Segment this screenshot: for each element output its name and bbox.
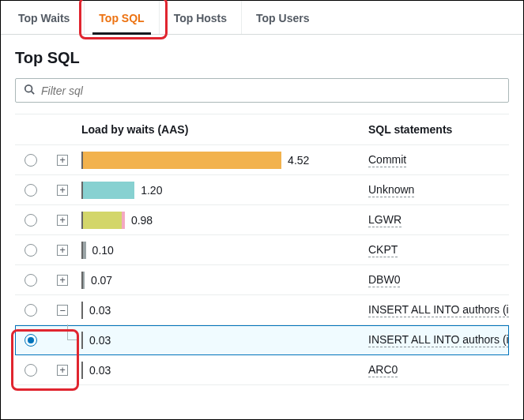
top-sql-table: Load by waits (AAS) SQL statements +4.52… (15, 114, 509, 385)
sql-statement-link[interactable]: ARC0 (368, 363, 398, 377)
collapse-icon[interactable]: − (57, 305, 68, 316)
load-bar (81, 362, 83, 379)
tree-connector (67, 324, 78, 340)
row-radio[interactable] (25, 184, 37, 197)
sql-statement-link[interactable]: Commit (368, 153, 406, 167)
tabs-bar: Top Waits Top SQL Top Hosts Top Users (1, 1, 523, 35)
search-icon (24, 84, 41, 97)
sql-statement-link[interactable]: Unknown (368, 183, 414, 197)
row-radio[interactable] (25, 364, 37, 377)
load-bar (81, 332, 83, 349)
load-value: 0.03 (89, 304, 111, 317)
search-input[interactable] (41, 84, 500, 97)
table-row[interactable]: +0.03ARC0 (15, 355, 509, 385)
row-radio[interactable] (25, 334, 37, 347)
table-header: Load by waits (AAS) SQL statements (15, 114, 509, 145)
sql-statement-link[interactable]: INSERT ALL INTO authors (id, (368, 333, 509, 347)
load-value: 0.07 (91, 274, 112, 287)
load-bar (81, 242, 86, 259)
load-value: 0.03 (89, 364, 111, 377)
load-value: 0.98 (131, 214, 153, 227)
row-radio[interactable] (25, 214, 37, 227)
search-box[interactable] (15, 78, 509, 103)
row-radio[interactable] (25, 304, 37, 317)
load-value: 1.20 (141, 184, 162, 197)
sql-statement-link[interactable]: CKPT (368, 243, 398, 257)
svg-point-0 (25, 85, 32, 92)
load-bar (81, 182, 134, 199)
row-radio[interactable] (25, 274, 37, 287)
table-row[interactable]: +4.52Commit (15, 145, 509, 175)
expand-icon[interactable]: + (57, 155, 68, 166)
row-radio[interactable] (25, 154, 37, 167)
table-row[interactable]: +0.10CKPT (15, 235, 509, 265)
load-value: 4.52 (288, 154, 309, 167)
load-value: 0.03 (89, 334, 111, 347)
expand-icon[interactable]: + (57, 185, 68, 196)
table-row[interactable]: +1.20Unknown (15, 175, 509, 205)
load-bar (81, 272, 85, 289)
load-bar (81, 212, 125, 229)
expand-icon[interactable]: + (57, 245, 68, 256)
column-header-load[interactable]: Load by waits (AAS) (78, 123, 359, 136)
sql-statement-link[interactable]: LGWR (368, 213, 401, 227)
row-radio[interactable] (25, 244, 37, 257)
load-value: 0.10 (92, 244, 114, 257)
section-title: Top SQL (15, 49, 509, 67)
tab-top-users[interactable]: Top Users (242, 1, 323, 34)
table-row[interactable]: −0.03INSERT ALL INTO authors (id, (15, 295, 509, 325)
content-panel: Top SQL Load by waits (AAS) SQL statemen… (1, 35, 523, 385)
sql-statement-link[interactable]: INSERT ALL INTO authors (id, (368, 303, 509, 317)
expand-icon[interactable]: + (57, 215, 68, 226)
expand-icon[interactable]: + (57, 365, 68, 376)
expand-icon[interactable]: + (57, 275, 68, 286)
table-row[interactable]: 0.03INSERT ALL INTO authors (id, (15, 325, 509, 355)
column-header-sql[interactable]: SQL statements (359, 123, 509, 136)
load-bar (81, 302, 83, 319)
table-row[interactable]: +0.07DBW0 (15, 265, 509, 295)
svg-line-1 (32, 92, 35, 95)
load-bar (81, 152, 281, 169)
table-row[interactable]: +0.98LGWR (15, 205, 509, 235)
tab-top-hosts[interactable]: Top Hosts (160, 1, 242, 34)
tab-top-waits[interactable]: Top Waits (4, 1, 85, 34)
tab-top-sql[interactable]: Top SQL (85, 1, 159, 34)
sql-statement-link[interactable]: DBW0 (368, 273, 400, 287)
